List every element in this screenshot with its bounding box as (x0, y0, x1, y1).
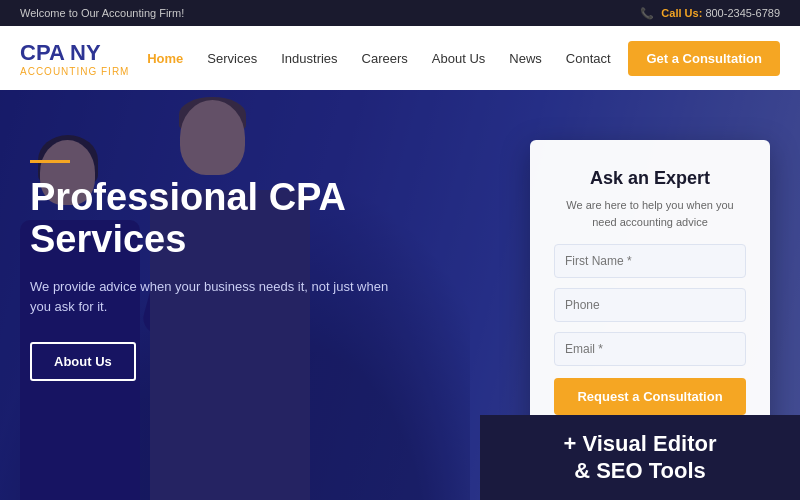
nav-services[interactable]: Services (195, 26, 269, 90)
about-us-button[interactable]: About Us (30, 342, 136, 381)
accent-line (30, 160, 70, 163)
main-nav: Home Services Industries Careers About U… (135, 26, 622, 90)
nav-home[interactable]: Home (135, 26, 195, 90)
nav-industries[interactable]: Industries (269, 26, 349, 90)
promo-bar: + Visual Editor & SEO Tools (480, 415, 800, 500)
email-input[interactable] (554, 332, 746, 366)
nav-contact[interactable]: Contact (554, 26, 623, 90)
expert-form-card: Ask an Expert We are here to help you wh… (530, 140, 770, 439)
form-description: We are here to help you when you need ac… (554, 197, 746, 230)
phone-input[interactable] (554, 288, 746, 322)
form-submit-button[interactable]: Request a Consultation (554, 378, 746, 415)
logo-sub: Accounting Firm (20, 66, 129, 77)
nav-about[interactable]: About Us (420, 26, 497, 90)
promo-text: + Visual Editor & SEO Tools (563, 431, 716, 484)
logo: CPA NY Accounting Firm (20, 40, 129, 77)
hero-text-block: Professional CPA Services We provide adv… (30, 130, 410, 381)
nav-careers[interactable]: Careers (350, 26, 420, 90)
hero-subtext: We provide advice when your business nee… (30, 277, 410, 319)
phone-icon: 📞 (640, 7, 654, 19)
hero-section: Professional CPA Services We provide adv… (0, 90, 800, 500)
header-cta-button[interactable]: Get a Consultation (628, 41, 780, 76)
phone-area: 📞 Call Us: 800-2345-6789 (640, 7, 780, 20)
header: CPA NY Accounting Firm Home Services Ind… (0, 26, 800, 90)
call-label: Call Us: (661, 7, 702, 19)
logo-main: CPA NY (20, 40, 129, 66)
first-name-input[interactable] (554, 244, 746, 278)
top-bar: Welcome to Our Accounting Firm! 📞 Call U… (0, 0, 800, 26)
welcome-text: Welcome to Our Accounting Firm! (20, 7, 184, 19)
phone-number: 800-2345-6789 (705, 7, 780, 19)
hero-heading: Professional CPA Services (30, 177, 410, 261)
form-title: Ask an Expert (554, 168, 746, 189)
nav-news[interactable]: News (497, 26, 554, 90)
